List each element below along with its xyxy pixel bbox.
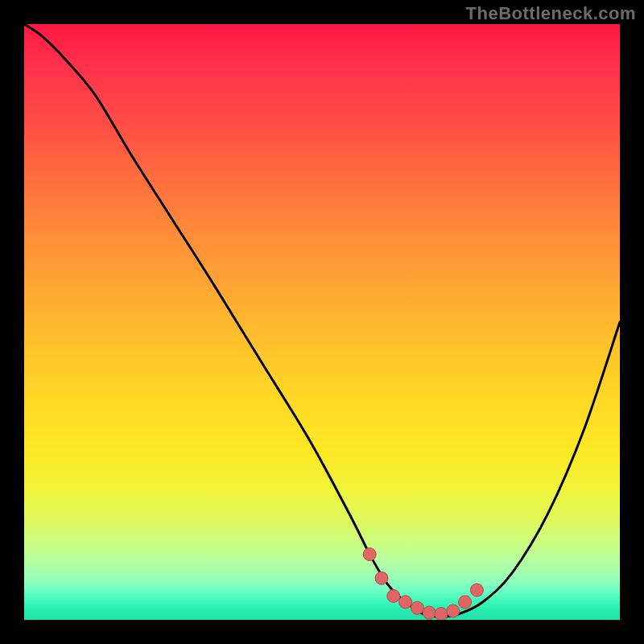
- watermark-text: TheBottleneck.com: [466, 3, 636, 24]
- curve-marker: [447, 605, 460, 617]
- curve-marker: [435, 608, 448, 620]
- curve-marker: [470, 584, 483, 597]
- curve-marker: [375, 572, 388, 584]
- chart-frame: TheBottleneck.com: [0, 0, 644, 644]
- curve-marker: [411, 601, 423, 614]
- curve-marker: [363, 548, 376, 561]
- curve-markers: [363, 548, 483, 620]
- curve-marker: [423, 606, 436, 619]
- plot-area: [24, 24, 620, 620]
- curve-marker: [459, 596, 472, 609]
- curve-marker: [387, 589, 400, 602]
- bottleneck-curve: [24, 24, 620, 617]
- chart-svg: [24, 24, 620, 620]
- curve-marker: [399, 596, 412, 609]
